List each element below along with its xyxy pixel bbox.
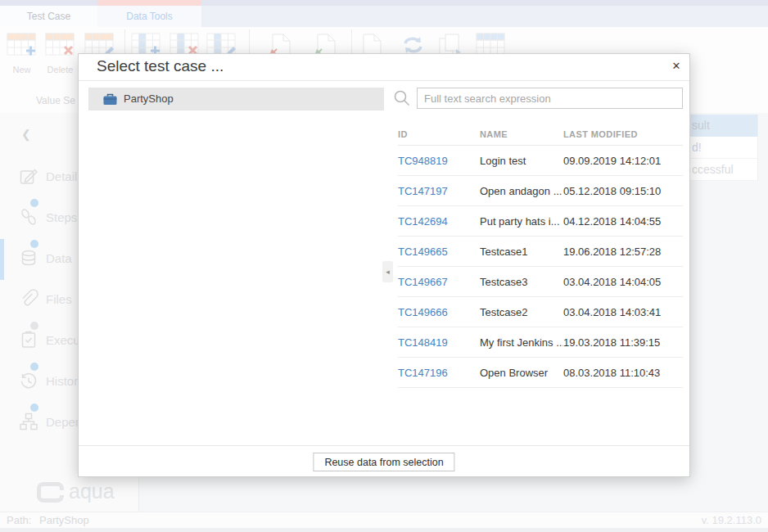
sidebar-item-label: Files xyxy=(46,292,72,306)
test-case-id-link[interactable]: TC149665 xyxy=(398,246,480,258)
valueset-column-header: sult xyxy=(690,115,757,137)
test-case-modified: 19.03.2018 11:39:15 xyxy=(563,336,683,349)
sidebar-item-label: Steps xyxy=(46,210,77,224)
select-test-case-dialog: Select test case ... ✕ PartyShop ID NAME… xyxy=(78,53,690,477)
test-case-modified: 05.12.2018 09:15:10 xyxy=(563,185,683,197)
test-case-id-link[interactable]: TC147197 xyxy=(398,185,480,197)
test-case-name: Testcase2 xyxy=(480,306,563,318)
test-case-modified: 08.03.2018 11:10:43 xyxy=(563,367,683,379)
test-case-id-link[interactable]: TC147196 xyxy=(398,367,480,379)
ribbon-button-label: Delete xyxy=(45,65,75,74)
steps-icon xyxy=(18,206,39,228)
path-value: PartyShop xyxy=(39,514,89,526)
test-case-modified: 19.06.2018 12:57:28 xyxy=(563,246,683,258)
clipboard-check-icon xyxy=(18,329,39,350)
search-input[interactable] xyxy=(417,88,683,109)
history-icon xyxy=(18,370,39,391)
table-row[interactable]: TC148419 My first Jenkins ... 19.03.2018… xyxy=(398,327,683,358)
test-case-id-link[interactable]: TC148419 xyxy=(398,336,480,349)
edit-icon xyxy=(18,165,39,187)
new-valueset-button[interactable] xyxy=(7,33,37,61)
tree-item-partyshop[interactable]: PartyShop xyxy=(88,88,384,110)
grid-add-icon xyxy=(7,33,37,57)
test-case-modified: 03.04.2018 14:04:05 xyxy=(563,276,683,288)
test-case-name: Login test xyxy=(480,155,563,167)
table-row[interactable]: TC149667 Testcase3 03.04.2018 14:04:05 xyxy=(398,267,683,297)
paperclip-icon xyxy=(18,288,39,309)
ribbon-button-label: New xyxy=(7,65,37,74)
table-row[interactable]: TC149666 Testcase2 03.04.2018 14:03:41 xyxy=(398,297,683,327)
status-bar: Path: PartyShop v. 19.2.113.0 xyxy=(0,512,768,528)
dialog-title: Select test case ... xyxy=(97,57,224,75)
sidebar-item-label: Data xyxy=(46,251,72,265)
tree-item-label: PartyShop xyxy=(124,92,174,105)
test-case-modified: 03.04.2018 14:03:41 xyxy=(563,306,683,318)
sidebar-item-label: Execu xyxy=(46,333,80,347)
test-case-id-link[interactable]: TC948819 xyxy=(398,155,480,167)
column-header-name[interactable]: NAME xyxy=(480,129,563,139)
test-case-id-link[interactable]: TC142694 xyxy=(398,215,480,228)
test-case-name: Testcase3 xyxy=(480,276,563,288)
valueset-grid-fragment: sult d! ccessful xyxy=(690,115,758,181)
close-icon[interactable]: ✕ xyxy=(668,58,684,74)
hierarchy-icon xyxy=(18,411,39,432)
column-header-id[interactable]: ID xyxy=(398,129,480,139)
ribbon-group-label: Value Se xyxy=(36,95,75,106)
test-case-name: Put party hats i... xyxy=(480,215,563,228)
test-case-name: Open Browser xyxy=(480,367,563,379)
tab-data-tools[interactable]: Data Tools xyxy=(97,6,201,27)
table-header-row: ID NAME LAST MODIFIED xyxy=(398,124,683,146)
footer-divider xyxy=(79,445,689,446)
path-label: Path: xyxy=(7,514,31,526)
test-case-modified: 09.09.2019 14:12:01 xyxy=(563,155,683,167)
tab-test-case[interactable]: Test Case xyxy=(0,6,97,27)
magnifier-icon xyxy=(393,89,411,110)
aqua-logo-notch xyxy=(57,490,66,495)
database-icon xyxy=(18,247,39,268)
active-tab-accent xyxy=(97,0,201,6)
version-label: v. 19.2.113.0 xyxy=(702,512,761,529)
aqua-logo-text: aqua xyxy=(69,480,115,503)
test-case-name: Testcase1 xyxy=(480,246,563,258)
app-window: Test Case Data Tools New Delete xyxy=(0,0,768,532)
panel-collapse-handle[interactable]: ◂ xyxy=(382,261,393,282)
sidebar-item-label: Deper xyxy=(46,415,79,429)
test-case-name: Open andagon ... xyxy=(480,185,563,197)
reuse-data-button[interactable]: Reuse data from selection xyxy=(313,453,454,471)
table-row[interactable]: TC147197 Open andagon ... 05.12.2018 09:… xyxy=(398,176,683,206)
valueset-cell: ccessful xyxy=(690,159,757,181)
table-row[interactable]: TC142694 Put party hats i... 04.12.2018 … xyxy=(398,206,683,237)
test-case-table: ID NAME LAST MODIFIED TC948819 Login tes… xyxy=(398,124,683,388)
ribbon-tab-bar: Test Case Data Tools xyxy=(0,6,768,27)
test-case-name: My first Jenkins ... xyxy=(480,336,563,349)
valueset-cell: d! xyxy=(690,137,757,159)
table-row[interactable]: TC948819 Login test 09.09.2019 14:12:01 xyxy=(398,146,683,176)
test-case-modified: 04.12.2018 14:04:55 xyxy=(563,215,683,228)
bottom-strip xyxy=(0,528,768,532)
table-row[interactable]: TC147196 Open Browser 08.03.2018 11:10:4… xyxy=(398,358,683,388)
test-case-id-link[interactable]: TC149666 xyxy=(398,306,480,318)
sidebar-item-label: Histor xyxy=(46,374,78,388)
test-case-id-link[interactable]: TC149667 xyxy=(398,276,480,288)
briefcase-icon xyxy=(103,92,117,109)
sidebar-collapse-button[interactable]: ❮ xyxy=(21,128,31,141)
table-row[interactable]: TC149665 Testcase1 19.06.2018 12:57:28 xyxy=(398,237,683,267)
delete-valueset-button[interactable] xyxy=(45,33,75,61)
column-header-last-modified[interactable]: LAST MODIFIED xyxy=(563,129,683,139)
grid-delete-icon xyxy=(45,33,75,57)
title-divider xyxy=(79,80,689,81)
sidebar-item-label: Detail xyxy=(46,169,77,183)
